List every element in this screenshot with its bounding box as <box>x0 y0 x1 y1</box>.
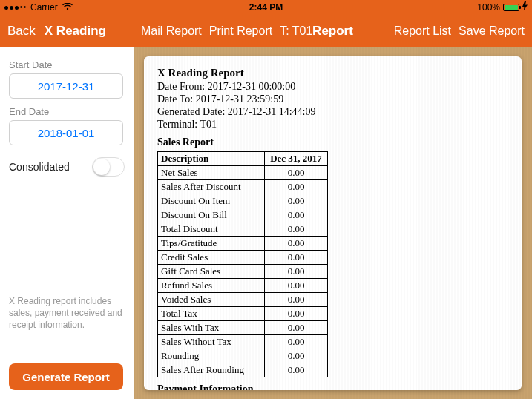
report-generated: Generated Date: 2017-12-31 14:44:09 <box>157 106 508 118</box>
mail-report-button[interactable]: Mail Report <box>141 24 202 38</box>
row-label: Voided Sales <box>158 293 265 307</box>
consolidated-toggle[interactable] <box>92 157 125 177</box>
row-value: 0.00 <box>265 166 328 180</box>
row-value: 0.00 <box>265 321 328 335</box>
report-terminal: Terminal: T01 <box>157 119 508 131</box>
row-label: Tips/Gratitude <box>158 237 265 251</box>
signal-dots-icon <box>4 6 26 10</box>
row-label: Total Discount <box>158 222 265 237</box>
row-value: 0.00 <box>265 237 328 251</box>
help-text: X Reading report includes sales, payment… <box>9 295 125 332</box>
battery-icon <box>503 4 519 11</box>
row-value: 0.00 <box>265 335 328 349</box>
table-row: Rounding0.00 <box>158 349 328 363</box>
report-paper[interactable]: X Reading Report Date From: 2017-12-31 0… <box>144 56 522 390</box>
status-right: 100% <box>477 1 528 13</box>
save-report-button[interactable]: Save Report <box>459 24 525 38</box>
row-value: 0.00 <box>265 194 328 208</box>
table-row: Sales After Rounding0.00 <box>158 363 328 377</box>
status-bar: Carrier 2:44 PM 100% <box>0 0 532 15</box>
report-list-button[interactable]: Report List <box>394 24 451 38</box>
row-value: 0.00 <box>265 307 328 321</box>
sales-date-header: Dec 31, 2017 <box>265 152 328 166</box>
table-row: Total Discount0.00 <box>158 222 328 237</box>
row-label: Refund Sales <box>158 279 265 293</box>
table-row: Voided Sales0.00 <box>158 293 328 307</box>
row-label: Total Tax <box>158 307 265 321</box>
sales-desc-header: Description <box>158 152 265 166</box>
row-label: Sales Without Tax <box>158 335 265 349</box>
table-row: Discount On Bill0.00 <box>158 208 328 222</box>
row-value: 0.00 <box>265 349 328 363</box>
table-row: Sales After Discount0.00 <box>158 180 328 194</box>
charging-icon <box>522 1 528 13</box>
carrier-label: Carrier <box>30 2 58 13</box>
row-label: Credit Sales <box>158 251 265 265</box>
sales-heading: Sales Report <box>157 136 508 148</box>
row-label: Sales After Discount <box>158 180 265 194</box>
row-value: 0.00 <box>265 293 328 307</box>
row-value: 0.00 <box>265 208 328 222</box>
table-row: Total Tax0.00 <box>158 307 328 321</box>
row-label: Net Sales <box>158 166 265 180</box>
end-date-button[interactable]: 2018-01-01 <box>9 120 123 145</box>
terminal-button[interactable]: T: T01 <box>280 24 312 38</box>
sales-table: Description Dec 31, 2017 Net Sales0.00Sa… <box>157 151 328 377</box>
payment-heading: Payment Information <box>157 383 508 390</box>
generate-report-button[interactable]: Generate Report <box>9 363 123 390</box>
row-label: Sales After Rounding <box>158 363 265 377</box>
content-area: X Reading Report Date From: 2017-12-31 0… <box>134 47 532 399</box>
row-label: Discount On Item <box>158 194 265 208</box>
battery-pct: 100% <box>477 2 500 13</box>
nav-bar: Back X Reading Mail Report Print Report … <box>0 15 532 47</box>
end-date-label: End Date <box>9 106 125 117</box>
sidebar: Start Date 2017-12-31 End Date 2018-01-0… <box>0 47 134 399</box>
row-value: 0.00 <box>265 265 328 279</box>
nav-center-title: Report <box>312 24 353 39</box>
row-value: 0.00 <box>265 279 328 293</box>
nav-left-pane: Back X Reading <box>0 15 134 47</box>
report-date-to: Date To: 2017-12-31 23:59:59 <box>157 93 508 105</box>
table-row: Gift Card Sales0.00 <box>158 265 328 279</box>
nav-right-pane: Mail Report Print Report T: T01 Report R… <box>134 15 532 47</box>
print-report-button[interactable]: Print Report <box>209 24 272 38</box>
report-date-from: Date From: 2017-12-31 00:00:00 <box>157 81 508 93</box>
table-row: Net Sales0.00 <box>158 166 328 180</box>
row-value: 0.00 <box>265 363 328 377</box>
status-left: Carrier <box>4 2 73 13</box>
consolidated-label: Consolidated <box>9 161 70 173</box>
table-row: Sales Without Tax0.00 <box>158 335 328 349</box>
row-label: Sales With Tax <box>158 321 265 335</box>
start-date-label: Start Date <box>9 59 125 70</box>
status-time: 2:44 PM <box>249 2 283 13</box>
report-title: X Reading Report <box>157 67 508 79</box>
row-value: 0.00 <box>265 222 328 237</box>
nav-left-title: X Reading <box>45 24 106 39</box>
row-value: 0.00 <box>265 180 328 194</box>
start-date-button[interactable]: 2017-12-31 <box>9 73 123 99</box>
table-row: Credit Sales0.00 <box>158 251 328 265</box>
table-row: Sales With Tax0.00 <box>158 321 328 335</box>
row-label: Rounding <box>158 349 265 363</box>
wifi-icon <box>62 2 73 13</box>
table-row: Discount On Item0.00 <box>158 194 328 208</box>
table-row: Tips/Gratitude0.00 <box>158 237 328 251</box>
row-label: Discount On Bill <box>158 208 265 222</box>
table-row: Refund Sales0.00 <box>158 279 328 293</box>
row-label: Gift Card Sales <box>158 265 265 279</box>
back-button[interactable]: Back <box>7 24 36 39</box>
row-value: 0.00 <box>265 251 328 265</box>
